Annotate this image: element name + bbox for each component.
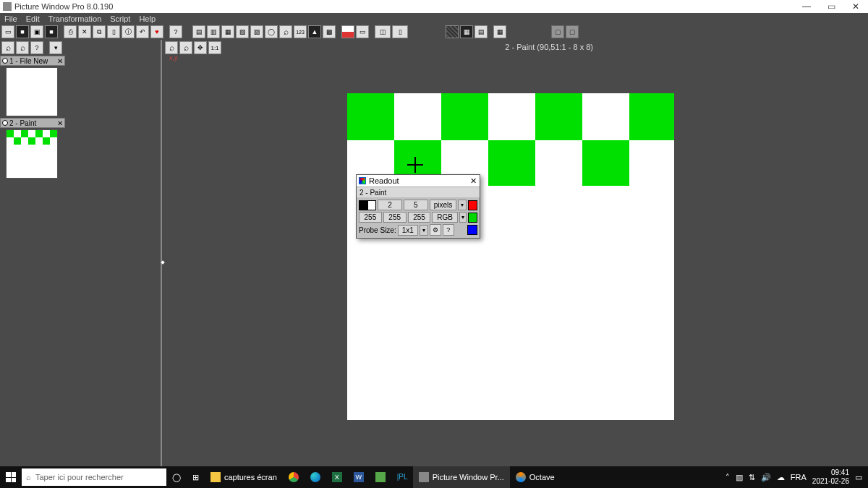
view-zoom-out[interactable] [179, 41, 192, 54]
thumbs-zoom-out[interactable] [16, 41, 29, 54]
thumbnails-panel: ? ▾ 1 - File New ✕ 2 - Paint ✕ [0, 40, 65, 180]
readout-color-g[interactable] [468, 213, 477, 223]
task-npp[interactable] [370, 466, 391, 488]
pal-2[interactable]: ▦ [460, 25, 473, 38]
taskview-button[interactable]: ⊞ [187, 466, 205, 488]
close-button[interactable]: ✕ [843, 0, 868, 13]
tool-b[interactable]: ▥ [207, 25, 220, 38]
readout-close[interactable]: ✕ [470, 176, 477, 186]
tool-red[interactable] [341, 25, 354, 38]
vertical-splitter[interactable] [161, 40, 162, 466]
thumbs-help[interactable]: ? [30, 41, 43, 54]
tool-zoom[interactable] [279, 25, 292, 38]
tool-print[interactable]: ⎙ [64, 25, 77, 38]
task-edge[interactable] [305, 466, 326, 488]
menu-transformation[interactable]: Transformation [47, 14, 103, 23]
thumb-1-canvas[interactable] [6, 67, 58, 116]
tool-split2[interactable]: ▯ [392, 25, 408, 38]
view-1to1[interactable]: 1:1 [208, 41, 221, 54]
tool-f[interactable]: ▩ [323, 25, 336, 38]
lay-2[interactable]: ▢ [566, 25, 579, 38]
pal-grid[interactable]: ▦ [493, 25, 506, 38]
thumb-2-canvas[interactable] [6, 129, 58, 179]
view-zoom-in[interactable] [165, 41, 178, 54]
tool-open[interactable]: ■ [16, 25, 29, 38]
tool-c[interactable]: ▦ [221, 25, 234, 38]
tool-paste[interactable]: ▯ [107, 25, 120, 38]
tool-heart[interactable]: ♥ [150, 25, 163, 38]
readout-title: Readout [369, 176, 399, 185]
tool-save[interactable]: ▣ [30, 25, 43, 38]
pal-1[interactable] [446, 25, 459, 38]
readout-unit[interactable]: pixels [430, 200, 457, 210]
thumbs-drop[interactable]: ▾ [49, 41, 62, 54]
menu-file[interactable]: File [3, 14, 19, 23]
tool-circle[interactable]: ◯ [265, 25, 278, 38]
cortana-button[interactable]: ◯ [166, 466, 187, 488]
readout-unit-dropdown[interactable]: ▾ [458, 200, 466, 210]
tool-split1[interactable]: ◫ [375, 25, 391, 38]
tray-network-icon[interactable]: ⇅ [749, 473, 755, 482]
view-fit[interactable]: ✥ [194, 41, 207, 54]
canvas[interactable] [347, 93, 674, 420]
minimize-button[interactable]: ― [794, 0, 819, 13]
menu-script[interactable]: Script [109, 14, 132, 23]
task-chrome[interactable] [283, 466, 305, 488]
search-icon: ⌕ [26, 473, 31, 481]
menubar: File Edit Transformation Script Help [0, 13, 868, 24]
readout-probe[interactable]: 1x1 [398, 225, 418, 236]
readout-mode[interactable]: RGB [432, 212, 457, 223]
tool-hist[interactable]: ▲ [308, 25, 321, 38]
readout-probe-dropdown[interactable]: ▾ [420, 225, 428, 236]
tray-notifications-icon[interactable]: ▭ [855, 473, 862, 482]
tool-undo[interactable]: ↶ [136, 25, 149, 38]
search-box[interactable]: ⌕ Taper ici pour rechercher [22, 468, 166, 486]
readout-window[interactable]: Readout ✕ 2 - Paint 2 5 pixels ▾ 255 255… [356, 174, 480, 239]
tool-new[interactable]: ▭ [1, 25, 14, 38]
readout-mode-dropdown[interactable]: ▾ [459, 212, 467, 223]
thumb-1-header[interactable]: 1 - File New ✕ [0, 56, 65, 66]
pal-3[interactable]: ▤ [475, 25, 488, 38]
thumb-2-header[interactable]: 2 - Paint ✕ [0, 118, 65, 128]
start-button[interactable] [0, 466, 22, 488]
tray-battery-icon[interactable]: ▥ [736, 473, 743, 482]
readout-color-b[interactable] [467, 225, 477, 235]
tray-cloud-icon[interactable]: ☁ [777, 473, 785, 482]
task-octave-label: Octave [529, 473, 555, 481]
menu-help[interactable]: Help [137, 14, 157, 23]
search-placeholder: Taper ici pour rechercher [35, 473, 124, 481]
task-excel[interactable]: X [326, 466, 348, 488]
tool-d[interactable]: ▧ [236, 25, 249, 38]
tool-g[interactable]: ▭ [356, 25, 369, 38]
thumb-2-close[interactable]: ✕ [57, 119, 63, 127]
readout-settings[interactable]: ⚙ [430, 224, 441, 236]
readout-color-r[interactable] [468, 200, 477, 210]
lay-1[interactable]: ▢ [551, 25, 564, 38]
task-pwp[interactable]: Picture Window Pr... [413, 466, 510, 488]
task-octave[interactable]: Octave [510, 466, 561, 488]
tool-saveas[interactable]: ■ [45, 25, 58, 38]
tool-123[interactable]: 123 [294, 25, 307, 38]
tool-info[interactable]: ⓘ [122, 25, 135, 38]
pwp-icon [419, 472, 429, 482]
tray-chevron-icon[interactable]: ˄ [726, 473, 730, 482]
menu-edit[interactable]: Edit [25, 14, 41, 23]
task-word[interactable]: W [348, 466, 370, 488]
readout-r: 255 [359, 212, 382, 223]
tool-help[interactable]: ? [169, 25, 182, 38]
tray-volume-icon[interactable]: 🔊 [761, 473, 771, 482]
thumbs-zoom-in[interactable] [1, 41, 14, 54]
thumb-1-close[interactable]: ✕ [57, 57, 63, 65]
maximize-button[interactable]: ▭ [819, 0, 843, 13]
readout-titlebar[interactable]: Readout ✕ [357, 175, 480, 187]
task-pl[interactable]: |PL [391, 466, 413, 488]
tool-close[interactable]: ✕ [78, 25, 91, 38]
tool-e[interactable]: ▨ [250, 25, 263, 38]
tool-a[interactable]: ▤ [192, 25, 205, 38]
task-folder[interactable]: captures écran [205, 466, 283, 488]
readout-help[interactable]: ? [443, 224, 454, 236]
tray-clock[interactable]: 09:41 2021-02-26 [812, 468, 849, 486]
tray-lang[interactable]: FRA [791, 473, 807, 481]
readout-swatch-toggle[interactable] [359, 200, 376, 210]
tool-copy[interactable]: ⧉ [93, 25, 106, 38]
